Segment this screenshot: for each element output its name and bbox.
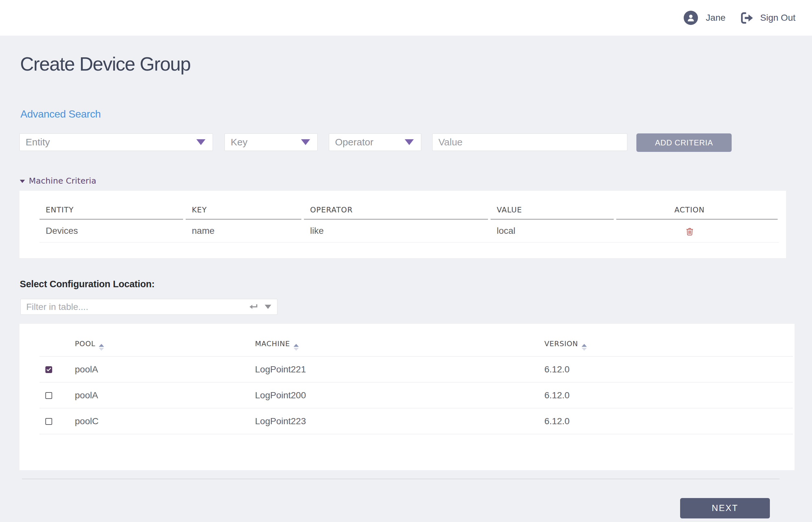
machine-cell: LogPoint200 xyxy=(255,390,544,401)
key-select-value: Key xyxy=(231,137,248,148)
value-input[interactable] xyxy=(432,134,627,151)
top-bar: Jane Sign Out xyxy=(0,0,812,36)
criteria-value-cell: local xyxy=(490,226,614,236)
table-row: poolA LogPoint221 6.12.0 xyxy=(19,357,794,382)
row-checkbox[interactable] xyxy=(45,366,52,373)
pool-cell: poolC xyxy=(75,416,255,426)
page-title: Create Device Group xyxy=(20,54,191,74)
next-button[interactable]: NEXT xyxy=(680,498,770,518)
table-row: poolA LogPoint200 6.12.0 xyxy=(19,382,794,408)
machine-criteria-toggle[interactable]: Machine Criteria xyxy=(20,176,96,185)
main-content: Create Device Group Advanced Search Enti… xyxy=(0,36,812,522)
criteria-controls-row: Entity Key Operator ADD CRITERIA xyxy=(19,134,732,152)
row-checkbox[interactable] xyxy=(45,392,52,399)
sort-icon[interactable] xyxy=(294,344,299,351)
criteria-table-header: ENTITY KEY OPERATOR VALUE ACTION xyxy=(40,206,779,220)
criteria-row: Devices name like local xyxy=(40,220,779,243)
key-select[interactable]: Key xyxy=(225,134,317,151)
column-header-action: ACTION xyxy=(616,206,778,220)
person-icon xyxy=(687,14,695,22)
operator-select-value: Operator xyxy=(335,137,373,148)
machine-criteria-title: Machine Criteria xyxy=(29,176,96,185)
chevron-down-icon xyxy=(196,139,206,145)
user-avatar[interactable] xyxy=(684,11,698,25)
column-header-key: KEY xyxy=(186,206,301,220)
filter-input[interactable] xyxy=(21,299,249,315)
sort-icon[interactable] xyxy=(99,344,104,351)
chevron-down-icon xyxy=(301,139,310,145)
add-criteria-button[interactable]: ADD CRITERIA xyxy=(636,134,732,152)
pool-cell: poolA xyxy=(75,364,255,375)
user-name: Jane xyxy=(706,13,726,23)
column-header-entity: ENTITY xyxy=(40,206,183,220)
table-filter xyxy=(20,299,277,315)
column-header-version[interactable]: VERSION xyxy=(544,340,578,348)
sign-out-icon xyxy=(741,12,754,24)
operator-select[interactable]: Operator xyxy=(329,134,421,151)
select-config-heading: Select Configuration Location: xyxy=(20,279,155,289)
machine-cell: LogPoint221 xyxy=(255,364,544,375)
enter-key-icon[interactable] xyxy=(249,303,257,311)
column-header-machine[interactable]: MACHINE xyxy=(255,340,290,348)
table-row: poolC LogPoint223 6.12.0 xyxy=(19,408,794,434)
config-table-header: POOL MACHINE VERSION xyxy=(19,324,794,357)
machine-cell: LogPoint223 xyxy=(255,416,544,426)
pool-cell: poolA xyxy=(75,390,255,401)
machine-criteria-table: ENTITY KEY OPERATOR VALUE ACTION Devices… xyxy=(40,206,779,243)
filter-dropdown-icon[interactable] xyxy=(265,305,271,309)
machine-criteria-card: ENTITY KEY OPERATOR VALUE ACTION Devices… xyxy=(19,191,786,258)
entity-select-value: Entity xyxy=(25,137,50,148)
column-header-value: VALUE xyxy=(490,206,614,220)
column-header-pool[interactable]: POOL xyxy=(75,340,95,348)
check-icon xyxy=(46,367,51,372)
criteria-entity-cell: Devices xyxy=(40,226,183,236)
footer-divider xyxy=(22,479,779,479)
chevron-down-icon xyxy=(405,139,414,145)
entity-select[interactable]: Entity xyxy=(19,134,213,151)
config-table-body: poolA LogPoint221 6.12.0 poolA LogPoint2… xyxy=(19,357,794,434)
trash-icon xyxy=(686,228,693,236)
sort-icon[interactable] xyxy=(582,344,587,351)
version-cell: 6.12.0 xyxy=(544,390,794,401)
criteria-operator-cell: like xyxy=(304,226,488,236)
sign-out-button[interactable]: Sign Out xyxy=(741,12,795,24)
config-table-card: POOL MACHINE VERSION poolA LogPoint xyxy=(19,324,794,470)
sign-out-label: Sign Out xyxy=(760,13,795,23)
version-cell: 6.12.0 xyxy=(544,416,794,426)
delete-criteria-button[interactable] xyxy=(686,228,693,236)
version-cell: 6.12.0 xyxy=(544,364,794,375)
row-checkbox[interactable] xyxy=(45,418,52,425)
collapse-caret-icon xyxy=(20,180,25,183)
advanced-search-link[interactable]: Advanced Search xyxy=(20,108,101,120)
column-header-operator: OPERATOR xyxy=(304,206,488,220)
criteria-key-cell: name xyxy=(186,226,301,236)
